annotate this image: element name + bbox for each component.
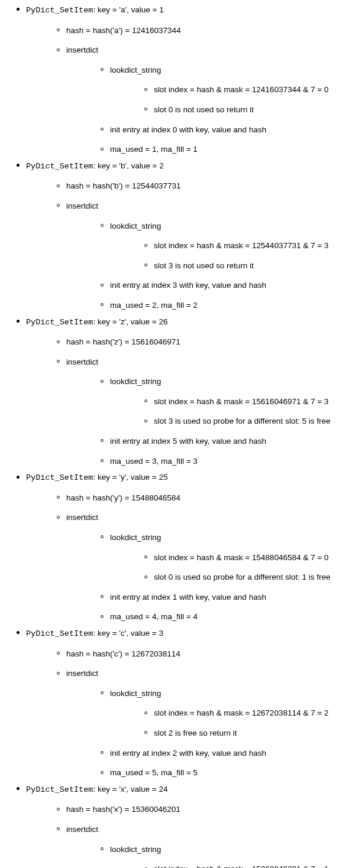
lookdict-line: lookdict_stringslot index = hash & mask …: [98, 375, 355, 428]
init-entry-line: init entry at index 3 with key, value an…: [98, 279, 355, 292]
key-value-text: : key = 'x', value = 24: [93, 785, 167, 794]
level4-list: slot index = hash & mask = 12544037731 &…: [110, 239, 355, 272]
ma-counts-line: ma_used = 3, ma_fill = 3: [98, 455, 355, 468]
slot-index-line: slot index = hash & mask = 15360046201 &…: [142, 863, 355, 868]
ma-counts-line: ma_used = 4, ma_fill = 4: [98, 610, 355, 623]
key-value-text: : key = 'c', value = 3: [93, 629, 163, 638]
insertdict-line: insertdictlookdict_stringslot index = ha…: [54, 823, 355, 868]
lookdict-line: lookdict_stringslot index = hash & mask …: [98, 220, 355, 272]
fn-name: PyDict_SetItem: [26, 785, 93, 794]
level3-list: lookdict_stringslot index = hash & mask …: [66, 843, 355, 868]
insertdict-line: insertdictlookdict_stringslot index = ha…: [54, 511, 355, 623]
init-entry-line: init entry at index 1 with key, value an…: [98, 591, 355, 604]
setitem-line: PyDict_SetItem: key = 'a', value = 1: [26, 5, 164, 14]
hash-line: hash = hash('y') = 15488046584: [54, 492, 355, 505]
slot-note-line: slot 2 is free so return it: [142, 727, 355, 740]
key-value-text: : key = 'b', value = 2: [93, 161, 163, 170]
trace-item: PyDict_SetItem: key = 'c', value = 3hash…: [13, 627, 355, 779]
hash-line: hash = hash('a') = 12416037344: [54, 24, 355, 37]
hash-line: hash = hash('x') = 15360046201: [54, 803, 355, 816]
slot-index-line: slot index = hash & mask = 15616046971 &…: [142, 395, 355, 408]
fn-name: PyDict_SetItem: [26, 473, 93, 482]
fn-name: PyDict_SetItem: [26, 6, 93, 15]
slot-note-line: slot 3 is not used so return it: [142, 259, 355, 272]
trace-item: PyDict_SetItem: key = 'a', value = 1hash…: [13, 4, 355, 156]
fn-name: PyDict_SetItem: [26, 162, 93, 171]
insertdict-line: insertdictlookdict_stringslot index = ha…: [54, 667, 355, 779]
key-value-text: : key = 'z', value = 26: [93, 317, 167, 326]
trace-item: PyDict_SetItem: key = 'b', value = 2hash…: [13, 160, 355, 312]
level3-list: lookdict_stringslot index = hash & mask …: [66, 64, 355, 156]
slot-index-line: slot index = hash & mask = 12672038114 &…: [142, 707, 355, 720]
level3-list: lookdict_stringslot index = hash & mask …: [66, 531, 355, 623]
insertdict-line: insertdictlookdict_stringslot index = ha…: [54, 44, 355, 156]
setitem-line: PyDict_SetItem: key = 'x', value = 24: [26, 785, 167, 794]
level4-list: slot index = hash & mask = 15360046201 &…: [110, 863, 355, 868]
slot-index-line: slot index = hash & mask = 12544037731 &…: [142, 239, 355, 252]
setitem-line: PyDict_SetItem: key = 'z', value = 26: [26, 317, 167, 326]
init-entry-line: init entry at index 2 with key, value an…: [98, 747, 355, 760]
trace-item: PyDict_SetItem: key = 'z', value = 26has…: [13, 316, 355, 468]
hash-line: hash = hash('z') = 15616046971: [54, 336, 355, 349]
level2-list: hash = hash('x') = 15360046201insertdict…: [26, 803, 355, 868]
ma-counts-line: ma_used = 2, ma_fill = 2: [98, 299, 355, 312]
level3-list: lookdict_stringslot index = hash & mask …: [66, 375, 355, 467]
ma-counts-line: ma_used = 1, ma_fill = 1: [98, 143, 355, 156]
fn-name: PyDict_SetItem: [26, 629, 93, 638]
slot-note-line: slot 0 is used so probe for a different …: [142, 571, 355, 584]
level2-list: hash = hash('y') = 15488046584insertdict…: [26, 492, 355, 623]
lookdict-line: lookdict_stringslot index = hash & mask …: [98, 687, 355, 740]
fn-name: PyDict_SetItem: [26, 318, 93, 327]
trace-list: PyDict_SetItem: key = 'a', value = 1hash…: [0, 4, 355, 868]
init-entry-line: init entry at index 5 with key, value an…: [98, 435, 355, 448]
slot-index-line: slot index = hash & mask = 12416037344 &…: [142, 83, 355, 96]
insertdict-line: insertdictlookdict_stringslot index = ha…: [54, 356, 355, 468]
level2-list: hash = hash('c') = 12672038114insertdict…: [26, 648, 355, 779]
insertdict-line: insertdictlookdict_stringslot index = ha…: [54, 200, 355, 312]
level4-list: slot index = hash & mask = 12416037344 &…: [110, 83, 355, 116]
hash-line: hash = hash('b') = 12544037731: [54, 180, 355, 193]
level3-list: lookdict_stringslot index = hash & mask …: [66, 687, 355, 779]
setitem-line: PyDict_SetItem: key = 'b', value = 2: [26, 161, 164, 170]
lookdict-line: lookdict_stringslot index = hash & mask …: [98, 531, 355, 584]
trace-item: PyDict_SetItem: key = 'x', value = 24has…: [13, 783, 355, 868]
hash-line: hash = hash('c') = 12672038114: [54, 648, 355, 661]
trace-item: PyDict_SetItem: key = 'y', value = 25has…: [13, 471, 355, 623]
level4-list: slot index = hash & mask = 15488046584 &…: [110, 551, 355, 584]
level2-list: hash = hash('z') = 15616046971insertdict…: [26, 336, 355, 467]
slot-note-line: slot 0 is not used so return it: [142, 103, 355, 116]
lookdict-line: lookdict_stringslot index = hash & mask …: [98, 843, 355, 868]
level3-list: lookdict_stringslot index = hash & mask …: [66, 220, 355, 312]
level4-list: slot index = hash & mask = 15616046971 &…: [110, 395, 355, 428]
level4-list: slot index = hash & mask = 12672038114 &…: [110, 707, 355, 739]
slot-index-line: slot index = hash & mask = 15488046584 &…: [142, 551, 355, 564]
lookdict-line: lookdict_stringslot index = hash & mask …: [98, 64, 355, 116]
ma-counts-line: ma_used = 5, ma_fill = 5: [98, 766, 355, 779]
key-value-text: : key = 'y', value = 25: [93, 473, 167, 482]
setitem-line: PyDict_SetItem: key = 'y', value = 25: [26, 473, 167, 482]
setitem-line: PyDict_SetItem: key = 'c', value = 3: [26, 629, 163, 638]
key-value-text: : key = 'a', value = 1: [93, 5, 163, 14]
level2-list: hash = hash('a') = 12416037344insertdict…: [26, 24, 355, 156]
slot-note-line: slot 3 is used so probe for a different …: [142, 415, 355, 428]
init-entry-line: init entry at index 0 with key, value an…: [98, 123, 355, 136]
level2-list: hash = hash('b') = 12544037731insertdict…: [26, 180, 355, 311]
